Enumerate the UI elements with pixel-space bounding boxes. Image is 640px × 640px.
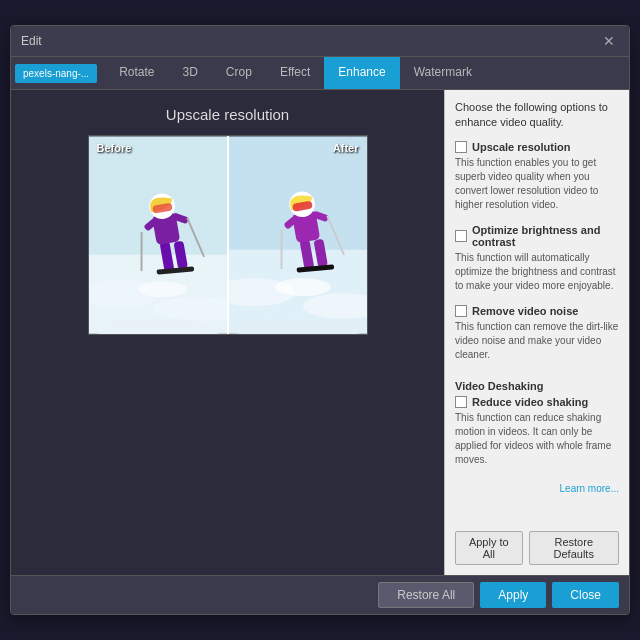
preview-divider bbox=[227, 136, 229, 334]
restore-defaults-button[interactable]: Restore Defaults bbox=[529, 531, 620, 565]
tab-crop[interactable]: Crop bbox=[212, 57, 266, 89]
content-area: Upscale resolution Before bbox=[11, 90, 629, 575]
tab-effect[interactable]: Effect bbox=[266, 57, 324, 89]
before-image bbox=[89, 136, 227, 334]
upscale-label[interactable]: Upscale resolution bbox=[455, 141, 619, 153]
before-label: Before bbox=[97, 142, 132, 154]
learn-more-link[interactable]: Learn more... bbox=[455, 483, 619, 494]
denoise-desc: This function can remove the dirt-like v… bbox=[455, 320, 619, 362]
denoise-checkbox[interactable] bbox=[455, 305, 467, 317]
file-thumbnail[interactable]: pexels-nang-... bbox=[15, 64, 97, 83]
deshaking-section-header: Video Deshaking bbox=[455, 380, 619, 392]
optimize-desc: This function will automatically optimiz… bbox=[455, 251, 619, 293]
restore-all-button[interactable]: Restore All bbox=[378, 582, 474, 608]
right-panel: Choose the following options to enhance … bbox=[444, 90, 629, 575]
left-panel: Upscale resolution Before bbox=[11, 90, 444, 575]
window-close-button[interactable]: ✕ bbox=[599, 32, 619, 50]
optimize-checkbox[interactable] bbox=[455, 230, 467, 242]
option-optimize: Optimize brightness and contrast This fu… bbox=[455, 224, 619, 299]
deshaking-desc: This function can reduce shaking motion … bbox=[455, 411, 619, 467]
upscale-checkbox[interactable] bbox=[455, 141, 467, 153]
close-button[interactable]: Close bbox=[552, 582, 619, 608]
after-label: After bbox=[333, 142, 359, 154]
after-image bbox=[229, 136, 367, 334]
panel-title: Upscale resolution bbox=[166, 106, 289, 123]
svg-point-31 bbox=[275, 278, 330, 296]
title-bar-left: Edit bbox=[21, 34, 42, 48]
option-denoise: Remove video noise This function can rem… bbox=[455, 305, 619, 368]
tab-enhance[interactable]: Enhance bbox=[324, 57, 399, 89]
before-after-preview: Before bbox=[88, 135, 368, 335]
optimize-label[interactable]: Optimize brightness and contrast bbox=[455, 224, 619, 248]
deshaking-label[interactable]: Reduce video shaking bbox=[455, 396, 619, 408]
tab-rotate[interactable]: Rotate bbox=[105, 57, 168, 89]
tab-bar: pexels-nang-... Rotate 3D Crop Effect En… bbox=[11, 57, 629, 90]
svg-point-15 bbox=[138, 281, 187, 297]
edit-window: Edit ✕ pexels-nang-... Rotate 3D Crop Ef… bbox=[10, 25, 630, 615]
option-upscale: Upscale resolution This function enables… bbox=[455, 141, 619, 218]
apply-button[interactable]: Apply bbox=[480, 582, 546, 608]
after-pane: After bbox=[229, 136, 367, 334]
apply-to-all-button[interactable]: Apply to All bbox=[455, 531, 523, 565]
footer: Restore All Apply Close bbox=[11, 575, 629, 614]
tab-3d[interactable]: 3D bbox=[169, 57, 212, 89]
window-title: Edit bbox=[21, 34, 42, 48]
option-deshaking: Reduce video shaking This function can r… bbox=[455, 396, 619, 473]
denoise-label[interactable]: Remove video noise bbox=[455, 305, 619, 317]
upscale-desc: This function enables you to get superb … bbox=[455, 156, 619, 212]
options-intro: Choose the following options to enhance … bbox=[455, 100, 619, 131]
tab-watermark[interactable]: Watermark bbox=[400, 57, 486, 89]
before-pane: Before bbox=[89, 136, 227, 334]
deshaking-checkbox[interactable] bbox=[455, 396, 467, 408]
title-bar: Edit ✕ bbox=[11, 26, 629, 57]
bottom-buttons: Apply to All Restore Defaults bbox=[455, 531, 619, 565]
